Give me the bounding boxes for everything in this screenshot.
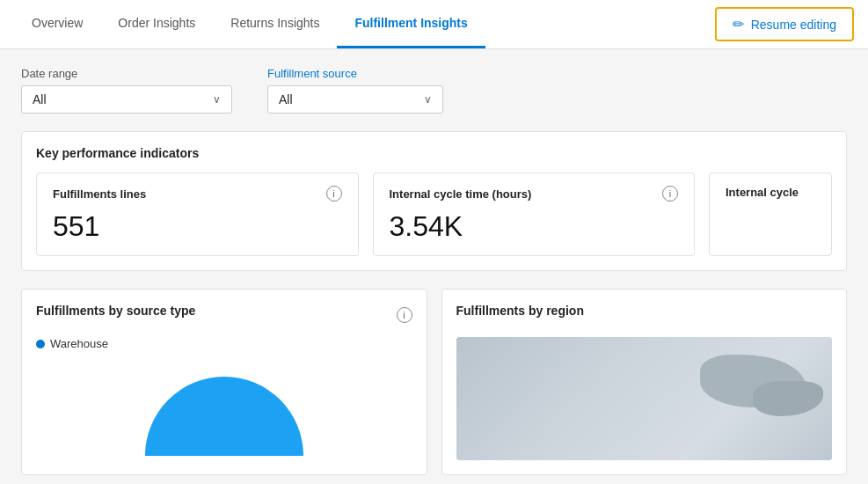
kpi-card-internal-cycle-time-title: Internal cycle time (hours) [390, 187, 532, 201]
warehouse-legend-item: Warehouse [36, 337, 412, 350]
kpi-cards-row: Fulfillments lines i 551 Internal cycle … [36, 172, 832, 256]
fulfillment-source-filter: Fulfillment source All ∨ [267, 67, 443, 114]
kpi-section-title: Key performance indicators [36, 146, 832, 160]
kpi-section: Key performance indicators Fulfillments … [21, 131, 847, 271]
fulfillments-by-region-header: Fulfillments by region [456, 304, 833, 326]
top-navigation: Overview Order Insights Returns Insights… [0, 0, 868, 49]
kpi-card-fulfillment-lines-header: Fulfillments lines i [53, 186, 342, 202]
bottom-row: Fulfillments by source type i Warehouse … [21, 289, 847, 475]
fulfillment-source-value: All [279, 92, 293, 106]
warehouse-legend-label: Warehouse [50, 337, 108, 350]
chevron-down-icon: ∨ [424, 93, 432, 106]
warehouse-legend-dot [36, 340, 45, 348]
fulfillment-source-label: Fulfillment source [267, 67, 443, 80]
fulfillments-by-source-title: Fulfillments by source type [36, 304, 195, 318]
resume-editing-button[interactable]: ✏ Resume editing [715, 7, 854, 41]
tab-overview[interactable]: Overview [14, 0, 100, 48]
kpi-card-fulfillment-lines-title: Fulfillments lines [53, 187, 146, 201]
date-range-filter: Date range All ∨ [21, 67, 232, 114]
main-content: Date range All ∨ Fulfillment source All … [0, 49, 868, 484]
date-range-label: Date range [21, 67, 232, 80]
kpi-card-internal-cycle-partial: Internal cycle [709, 172, 832, 256]
fulfillments-by-source-chart [36, 350, 412, 456]
kpi-card-fulfillment-lines: Fulfillments lines i 551 [36, 172, 359, 256]
tab-order-insights[interactable]: Order Insights [100, 0, 213, 48]
kpi-internal-cycle-time-value: 3.54K [390, 210, 679, 243]
pencil-icon: ✏ [733, 16, 744, 33]
fulfillments-by-source-card: Fulfillments by source type i Warehouse [21, 289, 427, 475]
filters-row: Date range All ∨ Fulfillment source All … [21, 67, 847, 114]
kpi-card-internal-cycle-time: Internal cycle time (hours) i 3.54K [373, 172, 696, 256]
kpi-card-internal-cycle-partial-header: Internal cycle [726, 186, 815, 199]
kpi-fulfillment-lines-value: 551 [53, 210, 342, 243]
tab-returns-insights[interactable]: Returns Insights [213, 0, 337, 48]
kpi-card-internal-cycle-time-header: Internal cycle time (hours) i [390, 186, 679, 202]
donut-chart [145, 377, 303, 456]
map-placeholder [456, 337, 833, 460]
date-range-select[interactable]: All ∨ [21, 85, 232, 114]
fulfillment-source-select[interactable]: All ∨ [267, 85, 443, 114]
fulfillment-lines-info-icon[interactable]: i [326, 186, 342, 202]
fulfillments-by-region-map [456, 337, 833, 460]
kpi-card-internal-cycle-partial-title: Internal cycle [726, 186, 799, 199]
fulfillments-by-source-header: Fulfillments by source type i [36, 304, 412, 326]
fulfillments-by-source-info-icon[interactable]: i [397, 307, 412, 323]
internal-cycle-time-info-icon[interactable]: i [662, 186, 678, 202]
date-range-value: All [33, 92, 47, 106]
tab-fulfillment-insights[interactable]: Fulfillment Insights [337, 0, 485, 48]
fulfillments-by-region-card: Fulfillments by region [441, 289, 848, 475]
chevron-down-icon: ∨ [213, 93, 221, 106]
fulfillments-by-region-title: Fulfillments by region [456, 304, 584, 318]
